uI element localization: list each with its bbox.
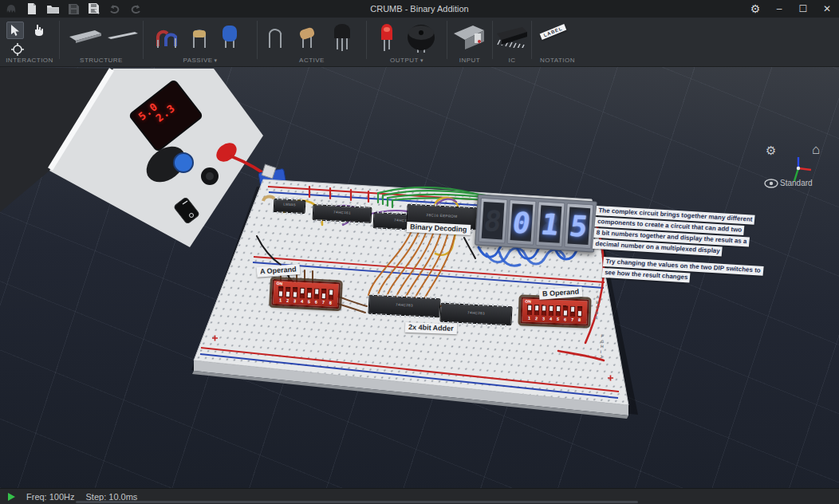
dip-numbers: 12345678 (522, 316, 587, 325)
display-digit-cell: 81 (535, 201, 565, 247)
dip-toggle[interactable] (549, 305, 553, 316)
window-title: CRUMB - Binary Addition (0, 4, 839, 14)
dropdown-caret-icon: ▾ (420, 57, 423, 63)
thermistor-component[interactable] (297, 22, 318, 51)
label-sticker-preview: LABEL (540, 24, 567, 40)
display-digit-cell: 85 (564, 203, 593, 249)
settings-gear-icon[interactable]: ⚙ (743, 0, 767, 18)
dip-toggle[interactable] (570, 306, 575, 317)
toolbar-group-active: ACTIVE (258, 18, 366, 66)
dip-toggle[interactable] (300, 288, 305, 298)
toolbar-group-output: OUTPUT▾ (367, 18, 447, 66)
breadboard-component[interactable] (66, 29, 104, 43)
maximize-button[interactable]: ☐ (791, 0, 815, 18)
group-label-output[interactable]: OUTPUT▾ (367, 57, 447, 64)
step-readout: Step: 10.0ms (86, 492, 138, 502)
interact-hand-tool-button[interactable] (29, 22, 46, 39)
annotation-note-1: The complex circuit brings together many… (593, 206, 755, 260)
led-component[interactable] (378, 21, 396, 53)
crumb-app-window: CRUMB - Binary Addition ⚙ – ☐ ✕ INTERACT… (0, 0, 839, 504)
capacitor-component[interactable] (220, 22, 239, 51)
dip-toggle[interactable] (534, 305, 539, 315)
dip-switch-a[interactable]: ON 12345678 (271, 279, 341, 309)
toolbar-group-passive: PASSIVE▾ (144, 18, 257, 66)
frequency-readout: Freq: 100Hz (26, 492, 75, 502)
dip-on-label: ON (276, 281, 282, 285)
dropdown-caret-icon: ▾ (215, 57, 218, 63)
toolbar-group-structure: STRUCTURE (60, 18, 143, 66)
timeline-scrollbar[interactable] (76, 501, 638, 503)
dip-toggle[interactable] (329, 289, 334, 300)
transistor-component[interactable] (331, 22, 353, 53)
group-label-passive[interactable]: PASSIVE▾ (144, 57, 257, 64)
select-tool-button[interactable] (6, 22, 24, 39)
toolbar-group-notation: LABEL NOTATION (532, 18, 583, 66)
group-label-notation: NOTATION (532, 57, 583, 64)
counter-ic[interactable]: 74HC161 (313, 204, 372, 223)
adder-ic-1[interactable]: 74HC283 (368, 295, 440, 318)
seven-segment-display: 8 80 81 85 (475, 194, 597, 252)
group-label-interaction: INTERACTION (0, 57, 59, 64)
dip-toggle[interactable] (577, 306, 582, 317)
scene-settings-gear-icon[interactable]: ⚙ (766, 144, 776, 158)
group-label-active: ACTIVE (258, 57, 366, 64)
display-digit-cell: 8 (478, 198, 507, 244)
dip-on-label: ON (525, 299, 531, 304)
group-label-ic: IC (493, 57, 531, 64)
label-component[interactable]: LABEL (540, 29, 566, 35)
dip-toggle[interactable] (542, 305, 546, 315)
minimize-button[interactable]: – (767, 0, 791, 18)
switch-component[interactable] (452, 24, 487, 49)
close-button[interactable]: ✕ (815, 0, 839, 18)
dip-toggle[interactable] (293, 287, 298, 297)
dip-toggle[interactable] (556, 305, 561, 316)
dip-toggle[interactable] (563, 305, 568, 316)
timer-ic[interactable]: LM555 (274, 199, 306, 214)
dip-toggle[interactable] (314, 289, 320, 299)
buzzer-component[interactable] (405, 22, 437, 53)
view-preset-label[interactable]: Standard (780, 179, 813, 187)
diode-component[interactable] (266, 22, 286, 51)
digit-value: 5 (568, 209, 590, 242)
scene-viewport[interactable]: ⚙ ⌂ Standard 5.0 2.3 LM555 74HC161 74HC1… (0, 67, 839, 488)
resistor-component[interactable] (153, 22, 182, 51)
dip-toggle[interactable] (286, 287, 291, 297)
dip-toggle[interactable] (278, 286, 284, 297)
wire-component[interactable] (106, 30, 140, 41)
play-button[interactable] (8, 493, 15, 501)
dip-toggle[interactable] (527, 305, 532, 315)
dip-toggle[interactable] (307, 288, 313, 298)
group-label-input: INPUT (447, 57, 492, 64)
toolbar-group-interaction: INTERACTION (0, 18, 59, 66)
probe-tool-button[interactable] (10, 41, 26, 57)
toolbar-group-ic: IC (493, 18, 531, 66)
resistor-axial-component[interactable] (190, 22, 211, 51)
display-digit-cell: 80 (506, 199, 536, 246)
digit-value: 1 (539, 207, 561, 241)
ic-component[interactable] (495, 24, 529, 48)
adder-label: 2x 4bit Adder (405, 322, 457, 334)
dip-toggle[interactable] (321, 289, 327, 299)
component-toolbar: INTERACTION STRUCTURE (0, 18, 839, 67)
dip-switch-b[interactable]: ON 12345678 (520, 297, 589, 326)
titlebar: CRUMB - Binary Addition ⚙ – ☐ ✕ (0, 0, 839, 18)
adder-ic-2[interactable]: 74HC283 (439, 303, 512, 326)
digit-value: 0 (510, 206, 533, 239)
toolbar-group-input: INPUT (447, 18, 492, 66)
simulation-statusbar: Freq: 100Hz Step: 10.0ms (0, 488, 839, 504)
group-label-structure: STRUCTURE (60, 57, 143, 64)
visibility-eye-icon[interactable] (764, 179, 778, 188)
